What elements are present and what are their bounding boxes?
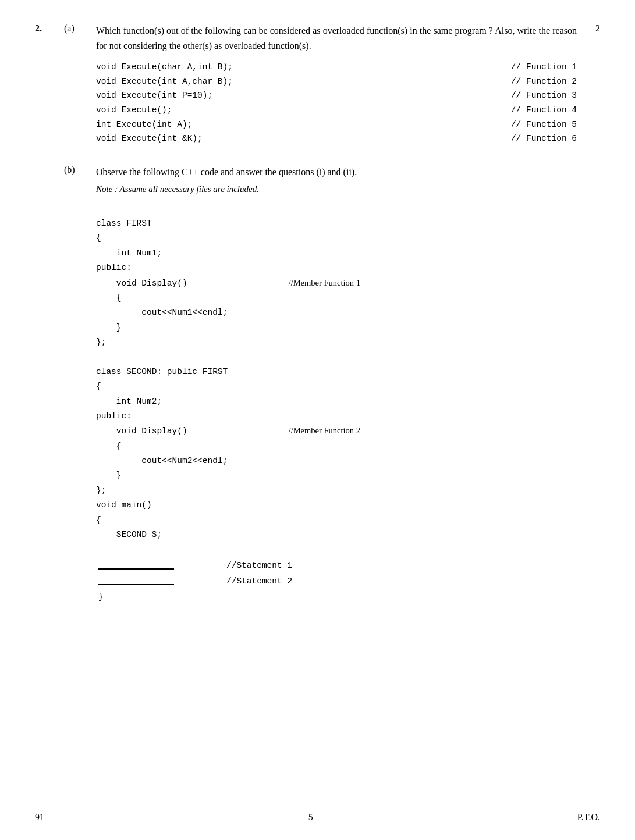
code-left-5: int Execute(int A); <box>96 118 499 132</box>
statement-1-comment: //Statement 1 <box>215 558 292 573</box>
part-a-marks: 2 <box>577 23 600 153</box>
statement-2-row: //Statement 2 <box>98 574 600 589</box>
question-number: 2. <box>35 23 64 617</box>
class-code: class FIRST { int Num1; public: void Dis… <box>96 202 600 557</box>
code-class-first: class FIRST { int Num1; public: void Dis… <box>96 219 360 539</box>
code-line-2: void Execute(int A,char B); // Function … <box>96 74 577 89</box>
blank-underline-1 <box>98 568 174 570</box>
code-line-5: int Execute(int A); // Function 5 <box>96 118 577 132</box>
part-b-content: Observe the following C++ code and answe… <box>96 165 600 605</box>
question-content: (a) Which function(s) out of the followi… <box>64 23 600 617</box>
part-b: (b) Observe the following C++ code and a… <box>64 165 600 605</box>
part-b-intro: Observe the following C++ code and answe… <box>96 165 600 180</box>
statement-2-comment: //Statement 2 <box>215 574 292 589</box>
code-comment-5: // Function 5 <box>499 118 577 132</box>
code-left-1: void Execute(char A,int B); <box>96 60 499 74</box>
code-comment-4: // Function 4 <box>499 103 577 118</box>
closing-brace: } <box>98 590 600 604</box>
code-left-3: void Execute(int P=10); <box>96 88 499 103</box>
page-footer: 91 5 P.T.O. <box>35 812 600 823</box>
code-left-2: void Execute(int A,char B); <box>96 74 499 89</box>
code-comment-2: // Function 2 <box>499 74 577 89</box>
blank-2 <box>98 574 215 589</box>
question-2: 2. (a) Which function(s) out of the foll… <box>35 23 600 617</box>
code-comment-6: // Function 6 <box>499 131 577 146</box>
code-comment-1: // Function 1 <box>499 60 577 74</box>
blank-1 <box>98 558 215 573</box>
blank-underline-2 <box>98 584 174 585</box>
code-left-6: void Execute(int &K); <box>96 131 499 146</box>
part-a-content: Which function(s) out of the following c… <box>96 23 577 153</box>
part-a-text: Which function(s) out of the following c… <box>96 23 577 53</box>
footer-right: P.T.O. <box>577 812 600 823</box>
part-a-label: (a) <box>64 23 96 153</box>
part-a: (a) Which function(s) out of the followi… <box>64 23 600 153</box>
statement-1-row: //Statement 1 <box>98 558 600 573</box>
code-line-6: void Execute(int &K); // Function 6 <box>96 131 577 146</box>
footer-left: 91 <box>35 812 44 823</box>
footer-center: 5 <box>308 812 313 823</box>
code-left-4: void Execute(); <box>96 103 499 118</box>
code-comment-3: // Function 3 <box>499 88 577 103</box>
part-b-label: (b) <box>64 165 96 605</box>
function-list: void Execute(char A,int B); // Function … <box>96 60 577 146</box>
code-line-4: void Execute(); // Function 4 <box>96 103 577 118</box>
code-line-3: void Execute(int P=10); // Function 3 <box>96 88 577 103</box>
code-line-1: void Execute(char A,int B); // Function … <box>96 60 577 74</box>
part-b-note: Note : Assume all necessary files are in… <box>96 182 600 196</box>
